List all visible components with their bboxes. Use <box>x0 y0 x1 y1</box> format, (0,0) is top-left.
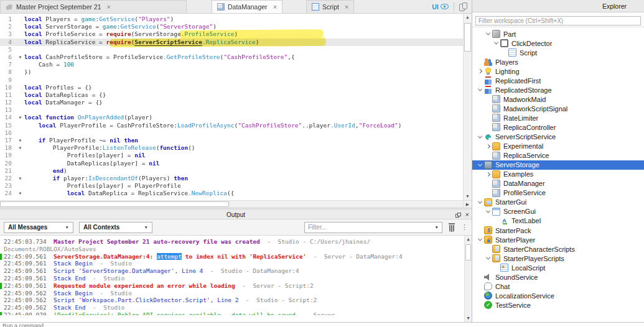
code-line-12[interactable]: 12local DataManager = {} <box>0 99 463 106</box>
close-panel-icon[interactable]: × <box>465 210 469 219</box>
tree-item-testservice[interactable]: ✓TestService <box>472 300 644 310</box>
tree-item-starterplayerscripts[interactable]: StarterPlayerScripts <box>472 254 644 263</box>
fold-arrow-icon[interactable]: ▼ <box>16 190 24 197</box>
code-line-16[interactable]: 16 <box>0 129 463 137</box>
tree-item-datamanager[interactable]: DataManager <box>472 179 644 188</box>
line-number[interactable]: 13 <box>0 106 16 114</box>
tree-item-starterplayer[interactable]: StarterPlayer <box>472 235 644 244</box>
output-row-7[interactable]: 22:45:09.561 Requested module experience… <box>0 282 472 290</box>
fold-arrow-icon[interactable]: ▼ <box>16 144 24 152</box>
line-number[interactable]: 1 <box>0 16 16 23</box>
code-line-6[interactable]: 6▼local CashProfileStore = ProfileServic… <box>0 53 463 61</box>
tree-item-starterpack[interactable]: StarterPack <box>472 226 644 235</box>
tree-item-profileservice[interactable]: ProfileService <box>472 188 644 198</box>
line-number[interactable]: 18 <box>0 144 16 152</box>
chevron-down-icon[interactable] <box>492 42 500 45</box>
line-number[interactable]: 15 <box>0 122 16 129</box>
code-line-1[interactable]: 1local Players = game:GetService("Player… <box>0 16 463 23</box>
close-tab-icon[interactable]: × <box>345 3 348 11</box>
line-number[interactable]: 11 <box>0 91 16 99</box>
line-number[interactable]: 10 <box>0 84 16 91</box>
tree-item-replicaservice[interactable]: ReplicaService <box>472 151 644 160</box>
float-panel-icon[interactable] <box>455 213 461 218</box>
output-row-3[interactable]: 22:45:09.561 ServerStorage.DataManager:4… <box>0 253 472 260</box>
code-line-14[interactable]: 14▼local function OnPlayerAdded(player) <box>0 114 463 121</box>
code-line-15[interactable]: 15 local PlayerProfile = CashProfileStor… <box>0 122 463 129</box>
tree-item-examples[interactable]: Examples <box>472 170 644 179</box>
tree-item-lighting[interactable]: Lighting <box>472 67 644 76</box>
output-vertical-scrollbar[interactable]: ▲ ▼ <box>464 236 472 322</box>
chevron-down-icon[interactable] <box>476 88 484 91</box>
tree-item-chat[interactable]: Chat <box>472 282 644 291</box>
line-number[interactable]: 7 <box>0 61 16 68</box>
code-line-21[interactable]: 21 end) <box>0 167 463 175</box>
code-line-2[interactable]: 2local ServerStorage = game:GetService("… <box>0 23 463 30</box>
tab-datamanager[interactable]: DataManager× <box>212 0 282 13</box>
editor-vertical-scrollbar[interactable]: ▲ ▼ <box>463 14 472 200</box>
chevron-down-icon[interactable] <box>476 238 484 241</box>
line-number[interactable]: 2 <box>0 23 16 30</box>
chevron-down-icon[interactable] <box>484 257 492 260</box>
kebab-menu-icon[interactable]: ⋮ <box>461 224 468 231</box>
chevron-right-icon[interactable] <box>484 145 492 148</box>
tree-item-serverscriptservice[interactable]: ServerScriptService <box>472 132 644 142</box>
tree-item-part[interactable]: Part <box>472 29 644 39</box>
code-line-5[interactable]: 5 <box>0 46 463 53</box>
code-line-10[interactable]: 10local Profiles = {} <box>0 84 463 91</box>
output-row-6[interactable]: 22:45:09.561 Stack End - Studio <box>0 275 472 282</box>
tree-item-replicacontroller[interactable]: ReplicaController <box>472 122 644 132</box>
chevron-down-icon[interactable] <box>476 136 484 139</box>
code-line-18[interactable]: 18▼ PlayerProfile:ListenToRelease(functi… <box>0 144 463 152</box>
tree-item-clickdetector[interactable]: ClickDetector <box>472 39 644 48</box>
tab-script[interactable]: Script× <box>306 0 354 13</box>
code-region[interactable]: 1local Players = game:GetService("Player… <box>0 14 463 200</box>
line-number[interactable]: 24 <box>0 190 16 197</box>
tree-item-replicatedstorage[interactable]: ReplicatedStorage <box>472 85 644 94</box>
editor-horizontal-scrollbar[interactable] <box>0 200 463 208</box>
clear-output-icon[interactable] <box>448 223 455 232</box>
tree-item-localizationservice[interactable]: LocalizationService <box>472 291 644 300</box>
output-row-4[interactable]: 22:45:09.561 Stack Begin - Studio <box>0 260 472 267</box>
code-line-20[interactable]: 20 DataReplicas[player] = nil <box>0 160 463 167</box>
output-row-5[interactable]: 22:45:09.561 Script 'ServerStorage.DataM… <box>0 267 472 275</box>
tree-item-madworkmaid[interactable]: MadworkMaid <box>472 94 644 104</box>
code-line-7[interactable]: 7 Cash = 100 <box>0 61 463 68</box>
fold-arrow-icon[interactable]: ▼ <box>16 137 24 144</box>
tree-item-soundservice[interactable]: SoundService <box>472 272 644 282</box>
line-number[interactable]: 19 <box>0 152 16 159</box>
tree-item-screengui[interactable]: ScreenGui <box>472 207 644 216</box>
tree-item-localscript[interactable]: LocalScript <box>472 263 644 272</box>
output-row-11[interactable]: 22:45:09.970 [ProfileService]: Roblox AP… <box>0 311 472 315</box>
output-vscroll-thumb[interactable] <box>465 244 471 260</box>
code-line-17[interactable]: 17▼ if PlayerProfile ~= nil then <box>0 137 463 144</box>
output-row-9[interactable]: 22:45:09.562 Script 'Workspace.Part.Clic… <box>0 297 472 304</box>
close-tab-icon[interactable]: × <box>273 3 277 11</box>
output-row-2[interactable]: Documents/ROBLOX/AutoSaves <box>0 246 472 253</box>
tree-item-players[interactable]: Players <box>472 57 644 67</box>
line-number[interactable]: 23 <box>0 182 16 190</box>
code-line-19[interactable]: 19 Profiles[player] = nil <box>0 152 463 159</box>
line-number[interactable]: 3 <box>0 30 16 38</box>
line-number[interactable]: 4 <box>0 39 16 46</box>
code-line-9[interactable]: 9 <box>0 76 463 84</box>
command-bar[interactable]: Run a command <box>0 322 644 327</box>
code-line-24[interactable]: 24▼ local DataReplica = ReplicaService.N… <box>0 190 463 197</box>
line-number[interactable]: 17 <box>0 137 16 144</box>
tree-item-script[interactable]: Script <box>472 48 644 57</box>
explorer-filter-input[interactable] <box>475 16 641 25</box>
tree-item-startercharacterscripts[interactable]: StarterCharacterScripts <box>472 244 644 254</box>
code-line-23[interactable]: 23 Profiles[player] = PlayerProfile <box>0 182 463 190</box>
tree-item-textlabel[interactable]: ATextLabel <box>472 216 644 226</box>
code-line-13[interactable]: 13 <box>0 106 463 114</box>
tree-item-startergui[interactable]: StarterGui <box>472 198 644 207</box>
line-number[interactable]: 12 <box>0 99 16 106</box>
output-row-8[interactable]: 22:45:09.562 Stack Begin - Studio <box>0 290 472 297</box>
code-line-8[interactable]: 8}) <box>0 68 463 76</box>
output-row-1[interactable]: 22:45:03.734 Master Project September 21… <box>0 238 472 246</box>
line-number[interactable]: 20 <box>0 160 16 167</box>
tree-item-experimental[interactable]: Experimental <box>472 142 644 151</box>
line-number[interactable]: 21 <box>0 167 16 175</box>
messages-filter-dropdown[interactable]: All Messages ▼ <box>4 222 73 233</box>
code-line-11[interactable]: 11local DataReplicas = {} <box>0 91 463 99</box>
contexts-filter-dropdown[interactable]: All Contexts ▼ <box>79 222 152 233</box>
